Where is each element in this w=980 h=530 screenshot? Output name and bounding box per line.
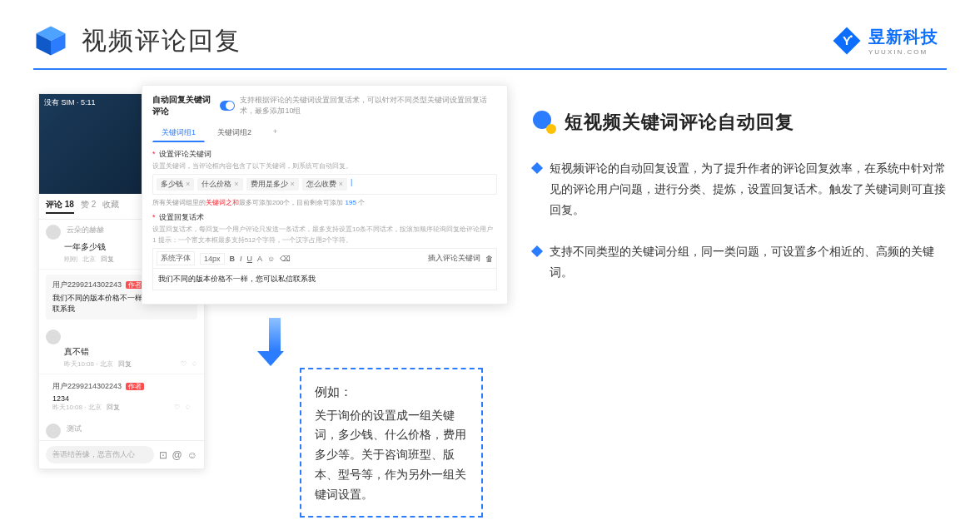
reply-textarea[interactable]: 我们不同的版本价格不一样，您可以私信联系我 [152, 269, 497, 290]
avatar [46, 225, 61, 240]
comment-body: 真不错 [64, 346, 197, 358]
phone-status-bar: 没有 SIM · 5:11 [44, 97, 96, 108]
italic-icon[interactable]: I [240, 255, 242, 263]
reply-link[interactable]: 回复 [118, 359, 132, 369]
reply-section-title: 设置回复话术 [159, 213, 204, 221]
feature-title: 短视频关键词评论自动回复 [565, 110, 794, 135]
tab-comments[interactable]: 评论 18 [46, 199, 74, 214]
color-icon[interactable]: A [257, 255, 262, 263]
heart-icon[interactable]: ♡ [181, 360, 187, 368]
keyword-tag[interactable]: 费用是多少× [246, 178, 299, 191]
brand-logo: Y 昱新科技 YUUXIN.COM [832, 26, 938, 56]
required-marker: * [152, 150, 156, 158]
dots-icon [533, 111, 556, 134]
auto-reply-desc: 支持根据评论的关键词设置回复话术，可以针对不同类型关键词设置回复话术，最多添加1… [240, 95, 497, 116]
reply-link[interactable]: 回复 [107, 403, 120, 412]
keyword-tab-2[interactable]: 关键词组2 [208, 124, 261, 142]
size-select[interactable]: 14px [200, 253, 225, 265]
reply-link[interactable]: 回复 [101, 255, 114, 264]
feature-text: 短视频评论的自动回复设置，为了提升作者的评论回复效率，在系统中针对常见的评论用户… [550, 158, 947, 221]
dislike-icon[interactable]: ♢ [192, 360, 197, 368]
font-select[interactable]: 系统字体 [157, 251, 195, 265]
reply-username: 用户2299214302243 [52, 382, 122, 390]
comment-input-bar: 善语结善缘，恶言伤人心 ⊡ @ ☺ [39, 440, 204, 468]
avatar [46, 329, 61, 344]
cube-icon [33, 23, 68, 58]
keyword-counter: 所有关键词组里的关键词之和最多可添加200个，目前剩余可添加 195 个 [152, 198, 497, 207]
diamond-icon [531, 162, 543, 174]
bold-icon[interactable]: B [230, 255, 236, 263]
underline-icon[interactable]: U [247, 255, 253, 263]
required-marker: * [152, 213, 156, 221]
tab-likes[interactable]: 赞 2 [81, 199, 96, 214]
remove-tag-icon[interactable]: × [234, 180, 238, 188]
comment-body: 测试 [67, 424, 82, 433]
keyword-group-tabs: 关键词组1 关键词组2 + [152, 124, 497, 142]
feature-bullet: 短视频评论的自动回复设置，为了提升作者的评论回复效率，在系统中针对常见的评论用户… [533, 158, 947, 221]
page-header: 视频评论回复 Y 昱新科技 YUUXIN.COM [0, 0, 980, 65]
svg-text:Y: Y [843, 33, 851, 47]
clear-icon[interactable]: ⌫ [280, 255, 291, 263]
add-tab-button[interactable]: + [264, 124, 286, 142]
reply-section-hint: 设置回复话术，每回复一个用户评论只发送一条话术，最多支持设置10条不同话术，按滚… [152, 225, 497, 234]
arrow-down-icon [265, 318, 284, 366]
comment-meta: 昨天10:08 · 北京 [64, 359, 113, 369]
comment-location: 北京 [82, 255, 96, 264]
author-badge: 作者 [126, 383, 144, 390]
rich-text-toolbar: 系统字体 14px B I U A ☺ ⌫ 插入评论关键词 🗑 [152, 248, 497, 269]
dislike-icon[interactable]: ♢ [185, 404, 191, 411]
remove-tag-icon[interactable]: × [339, 180, 343, 188]
comment-item: ᠌ 真不错 昨天10:08 · 北京 回复 ♡ ♢ [39, 324, 204, 374]
logo-subtext: YUUXIN.COM [868, 48, 928, 56]
avatar [46, 424, 61, 438]
auto-reply-toggle[interactable] [220, 101, 235, 111]
settings-screenshot: 自动回复关键词评论 支持根据评论的关键词设置回复话术，可以针对不同类型关键词设置… [142, 85, 508, 305]
comment-item: 测试 [39, 419, 204, 440]
reply-char-note: 1 提示：一个富文本框最多支持512个字符，一个汉字占用2个字符。 [152, 235, 497, 245]
example-title: 例如： [315, 381, 468, 403]
input-cursor: | [351, 178, 352, 191]
emoji-icon[interactable]: ☺ [187, 449, 197, 461]
feature-bullet: 支持不同类型的关键词分组，同一类问题，可设置多个相近的、高频的关键词。 [533, 241, 947, 283]
feature-text: 支持不同类型的关键词分组，同一类问题，可设置多个相近的、高频的关键词。 [550, 241, 947, 283]
heart-icon[interactable]: ♡ [174, 404, 180, 411]
keyword-section-title: 设置评论关键词 [159, 150, 211, 158]
svg-point-5 [850, 35, 853, 37]
keyword-tag[interactable]: 怎么收费× [302, 178, 347, 191]
emoji-icon[interactable]: ☺ [267, 255, 275, 263]
keyword-tab-1[interactable]: 关键词组1 [152, 124, 205, 142]
remove-tag-icon[interactable]: × [291, 180, 295, 188]
comment-meta: 昨天10:08 · 北京 [52, 403, 102, 412]
auto-reply-label: 自动回复关键词评论 [152, 94, 215, 117]
comment-username: 云朵的赫赫 [67, 225, 104, 234]
delete-icon[interactable]: 🗑 [485, 255, 493, 263]
author-reply-inline: 用户2299214302243 作者 1234 昨天10:08 · 北京 回复 … [46, 379, 197, 414]
page-title: 视频评论回复 [82, 24, 241, 58]
comment-input[interactable]: 善语结善缘，恶言伤人心 [46, 446, 154, 463]
at-icon[interactable]: @ [172, 449, 182, 461]
reply-text: 1234 [52, 394, 191, 403]
keyword-tag[interactable]: 什么价格× [197, 178, 242, 191]
comment-time: 刚刚 [64, 255, 77, 264]
tab-favorites[interactable]: 收藏 [102, 199, 119, 214]
feature-heading: 短视频关键词评论自动回复 [533, 110, 947, 135]
keyword-section-hint: 设置关键词，当评论框内容包含了以下关键词，则系统可自动回复。 [152, 161, 497, 171]
image-icon[interactable]: ⊡ [159, 449, 167, 461]
insert-keyword-button[interactable]: 插入评论关键词 [428, 253, 480, 264]
keyword-tag[interactable]: 多少钱× [157, 178, 194, 191]
reply-username: 用户2299214302243 [52, 280, 122, 289]
remove-tag-icon[interactable]: × [186, 180, 190, 188]
example-body: 关于询价的设置成一组关键词，多少钱、什么价格，费用多少等。关于咨询班型、版本、型… [315, 406, 468, 505]
example-callout: 例如： 关于询价的设置成一组关键词，多少钱、什么价格，费用多少等。关于咨询班型、… [300, 368, 483, 518]
diamond-icon [531, 245, 543, 256]
logo-text: 昱新科技 [868, 26, 938, 48]
logo-icon: Y [832, 26, 862, 56]
keyword-tags-input[interactable]: 多少钱×什么价格×费用是多少×怎么收费×| [152, 174, 497, 195]
